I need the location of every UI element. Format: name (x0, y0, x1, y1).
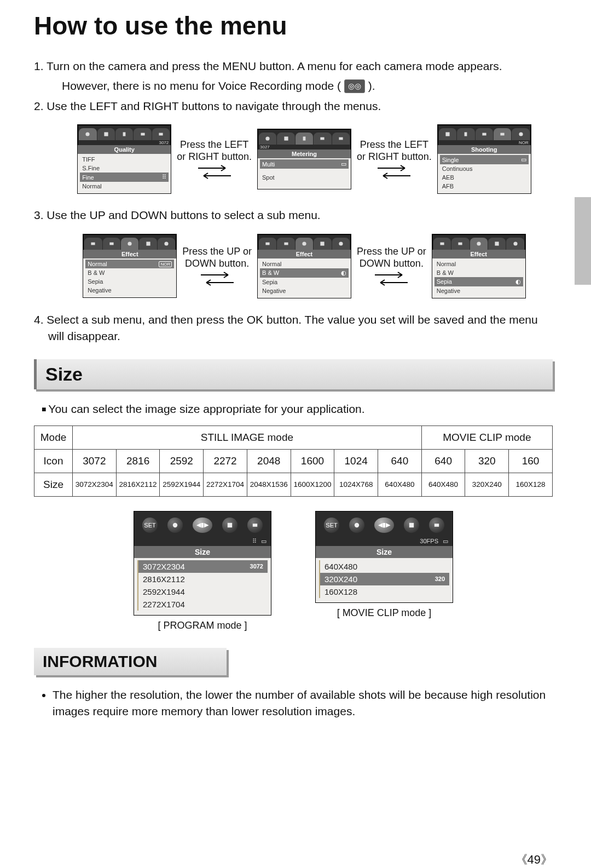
swap-arrows-icon (375, 272, 408, 286)
screen-movie-size: SET ◀▮▶ 30FPS▭ Size 640X480 320X240320 1… (315, 511, 453, 603)
svg-rect-26 (459, 242, 462, 245)
screen-tag: 3072 (78, 140, 171, 145)
menu-item[interactable]: AFB (440, 182, 529, 191)
svg-rect-15 (91, 243, 95, 245)
menu-item[interactable]: Negative (260, 286, 349, 295)
th-size: Size (34, 473, 73, 496)
page-title: How to use the menu (34, 11, 553, 41)
svg-rect-6 (284, 137, 288, 141)
voice-record-icon: ◎◎ (344, 79, 365, 93)
menu-item[interactable]: Normal (80, 182, 169, 191)
menu-item[interactable]: 2592X1944 (137, 585, 268, 598)
page-thumb-tab (575, 197, 591, 285)
info-heading: INFORMATION (34, 648, 227, 675)
menu-item-selected[interactable]: Single▭ (440, 155, 529, 164)
swap-arrows-icon (198, 165, 231, 179)
menu-item-selected[interactable]: Sepia◐ (434, 277, 523, 286)
svg-point-33 (355, 522, 359, 527)
step-3: 3. Use the UP and DOWN buttons to select… (48, 207, 553, 223)
menu-item[interactable]: Negative (434, 286, 523, 295)
screen-metering: 3027 Metering Multi▭ Spot (257, 129, 351, 189)
info-bullet: The higher the resolution, the lower the… (53, 687, 553, 720)
menu-title: Size (134, 546, 271, 558)
menu-item-selected[interactable]: B & W◐ (260, 268, 349, 278)
size-heading: Size (34, 359, 553, 389)
svg-point-24 (339, 242, 343, 245)
menu-item[interactable]: S.Fine (80, 164, 169, 173)
menu-title: Effect (258, 250, 351, 258)
screen-shooting: NOR Shooting Single▭ Continuous AEB AFB (437, 124, 531, 194)
svg-point-22 (302, 242, 306, 245)
menu-item[interactable]: Spot (260, 173, 349, 182)
caption-program: [ PROGRAM mode ] (134, 620, 271, 631)
svg-rect-31 (228, 522, 232, 527)
svg-rect-16 (109, 243, 113, 245)
svg-rect-35 (434, 524, 439, 527)
menu-item[interactable]: Normal (434, 260, 523, 268)
menu-item-selected[interactable]: NormalNOR (85, 260, 174, 268)
menu-item[interactable]: Sepia (85, 277, 174, 286)
menu-item-selected[interactable]: Fine⠿ (80, 173, 169, 182)
press-lr-label: Press the LEFT or RIGHT button. (357, 139, 432, 163)
svg-rect-20 (266, 242, 270, 245)
svg-point-17 (128, 242, 132, 246)
svg-rect-10 (445, 133, 449, 136)
menu-item-selected[interactable]: 3072X23043072 (137, 560, 268, 573)
svg-rect-28 (495, 242, 499, 245)
svg-rect-3 (141, 133, 144, 136)
th-movie: MOVIE CLIP mode (421, 426, 552, 449)
menu-title: Quality (78, 145, 171, 154)
svg-rect-32 (253, 524, 257, 527)
press-lr-label: Press the LEFT or RIGHT button. (177, 139, 252, 163)
menu-title: Effect (83, 250, 176, 258)
size-table: Mode STILL IMAGE mode MOVIE CLIP mode Ic… (34, 426, 553, 497)
menu-item[interactable]: Normal (260, 260, 349, 268)
svg-rect-8 (321, 137, 325, 140)
svg-point-14 (519, 133, 523, 136)
step-4: 4. Select a sub menu, and then press the… (48, 312, 553, 345)
set-button-icon[interactable]: SET (142, 518, 158, 533)
menu-item[interactable]: Sepia (260, 278, 349, 286)
menu-item[interactable]: 640X480 (319, 560, 449, 573)
menu-item-selected[interactable]: Multi▭ (260, 159, 349, 169)
menu-item[interactable]: 160X128 (319, 585, 449, 598)
screen-effect-1: Effect NormalNOR B & W Sepia Negative (83, 234, 177, 298)
menu-item[interactable]: 2272X1704 (137, 598, 268, 611)
svg-point-19 (164, 242, 168, 246)
menu-item[interactable]: B & W (85, 268, 174, 277)
screen-quality: 3072 Quality TIFF S.Fine Fine⠿ Normal (77, 124, 171, 194)
menu-title: Effect (432, 250, 525, 258)
swap-arrows-icon (201, 272, 234, 286)
svg-point-5 (266, 137, 270, 141)
th-icon: Icon (34, 449, 73, 473)
menu-item[interactable]: 2816X2112 (137, 573, 268, 585)
menu-item[interactable]: Continuous (440, 164, 529, 173)
svg-point-30 (173, 522, 177, 527)
menu-title: Metering (258, 150, 351, 158)
step-1c: ). (368, 79, 375, 92)
menu-item-selected[interactable]: 320X240320 (319, 573, 449, 585)
menu-item[interactable]: TIFF (80, 155, 169, 164)
svg-point-0 (86, 133, 90, 136)
menu-item[interactable]: AEB (440, 173, 529, 182)
caption-movie: [ MOVIE CLIP mode ] (315, 607, 453, 619)
menu-item[interactable]: Negative (85, 286, 174, 295)
svg-point-27 (477, 242, 480, 245)
size-blurb: You can select the image size appropriat… (42, 403, 553, 416)
step-1a: 1. Turn on the camera and press the MENU… (34, 60, 502, 72)
svg-rect-25 (440, 242, 444, 245)
svg-rect-9 (339, 137, 343, 140)
svg-rect-13 (501, 133, 505, 136)
svg-rect-23 (321, 242, 325, 245)
screen-tag: 3027 (258, 145, 351, 150)
svg-point-29 (513, 242, 517, 245)
screen-program-size: SET ◀▮▶ ⠿▭ Size 3072X23043072 2816X2112 … (134, 511, 271, 616)
svg-rect-1 (104, 133, 108, 136)
menu-item[interactable]: B & W (434, 268, 523, 277)
set-button-icon[interactable]: SET (324, 518, 339, 533)
svg-rect-7 (303, 137, 306, 141)
th-still: STILL IMAGE mode (73, 426, 422, 449)
svg-rect-2 (123, 133, 126, 136)
menu-row-lr: 3072 Quality TIFF S.Fine Fine⠿ Normal Pr… (56, 124, 553, 194)
svg-rect-34 (409, 522, 414, 527)
